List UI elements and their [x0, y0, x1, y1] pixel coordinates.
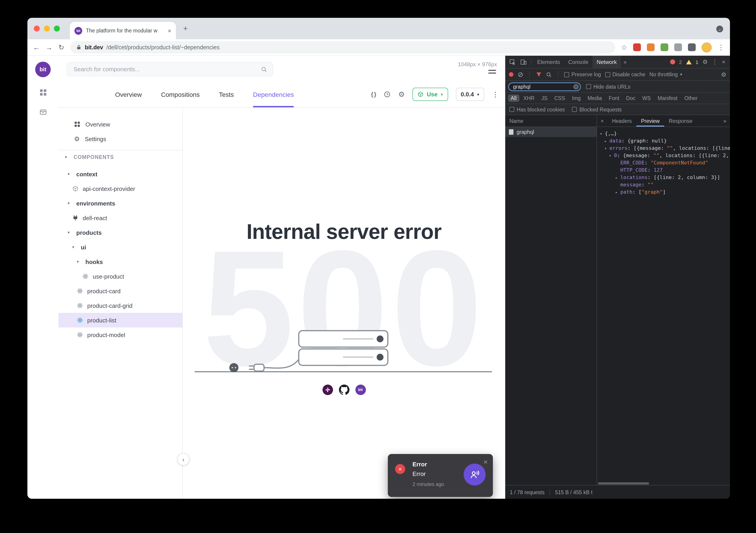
version-dropdown[interactable]: 0.0.4 ▾ — [456, 88, 484, 101]
extension-icon-3[interactable] — [661, 43, 668, 51]
tree-item-product-card-grid[interactable]: product-card-grid — [59, 298, 182, 313]
warning-badge-icon[interactable] — [686, 60, 691, 64]
devtools-menu-icon[interactable]: ⋮ — [712, 59, 718, 65]
filter-funnel-icon[interactable] — [536, 71, 542, 77]
bit-logo[interactable]: bit — [35, 62, 51, 77]
tree-expander[interactable]: ▸ — [604, 138, 609, 145]
history-icon[interactable] — [384, 91, 391, 98]
use-button[interactable]: Use ▾ — [413, 88, 448, 101]
network-search-icon[interactable] — [546, 71, 552, 77]
checkbox[interactable] — [586, 84, 591, 89]
tab-dependencies[interactable]: Dependencies — [253, 81, 294, 107]
components-grid-icon[interactable] — [39, 89, 47, 96]
profile-avatar[interactable] — [702, 42, 712, 52]
tree-expander[interactable]: ▾ — [609, 152, 614, 159]
disable-cache-checkbox[interactable]: Disable cache — [605, 72, 645, 77]
filter-pill-font[interactable]: Font — [606, 94, 622, 102]
filter-pill-other[interactable]: Other — [682, 94, 700, 102]
sidebar-item-settings[interactable]: ⚙ Settings — [59, 132, 182, 146]
tree-namespace-context[interactable]: ▾ context — [59, 167, 182, 181]
filter-pill-manifest[interactable]: Manifest — [655, 94, 680, 102]
clear-filter-icon[interactable]: × — [573, 84, 579, 89]
tree-item-api-context-provider[interactable]: api-context-provider — [59, 181, 182, 196]
extension-icon-5[interactable] — [688, 43, 696, 51]
extension-icon-2[interactable] — [647, 43, 655, 51]
bit-community-icon[interactable]: bit — [355, 385, 366, 395]
tree-expander[interactable]: ▾ — [600, 130, 605, 138]
new-tab-button[interactable]: + — [183, 24, 188, 33]
bookmark-star-icon[interactable]: ☆ — [621, 43, 627, 51]
tab-compositions[interactable]: Compositions — [161, 81, 200, 107]
blocked-cookies-checkbox[interactable]: Has blocked cookies — [509, 107, 565, 112]
error-count[interactable]: 2 — [679, 59, 682, 65]
devtools-settings-icon[interactable]: ⚙ — [703, 59, 708, 65]
filter-pill-ws[interactable]: WS — [639, 94, 654, 102]
network-settings-icon[interactable]: ⚙ — [721, 71, 726, 78]
toast-close-icon[interactable]: ✕ — [483, 459, 488, 466]
tree-item-product-model[interactable]: product-model — [59, 328, 182, 342]
tree-namespace-environments[interactable]: ▾ environments — [59, 196, 182, 211]
browser-menu-icon[interactable]: ⋮ — [717, 43, 724, 51]
checkbox[interactable] — [605, 72, 610, 77]
request-row-graphql[interactable]: graphql — [505, 127, 597, 137]
sidebar-item-overview[interactable]: Overview — [59, 117, 182, 132]
filter-pill-all[interactable]: All — [508, 94, 519, 102]
hide-data-urls-checkbox[interactable]: Hide data URLs — [586, 84, 630, 89]
more-detail-tabs-icon[interactable]: » — [720, 118, 730, 123]
tree-expander[interactable]: ▸ — [615, 189, 620, 196]
detail-tab-response[interactable]: Response — [664, 115, 697, 126]
github-icon[interactable] — [339, 385, 349, 395]
tab-search-button[interactable]: ⌄ — [716, 26, 723, 32]
checkbox[interactable] — [564, 72, 569, 77]
record-button[interactable] — [509, 72, 513, 77]
back-button[interactable]: ← — [33, 43, 40, 51]
tree-item-dell-react[interactable]: dell-react — [59, 211, 182, 225]
slack-icon[interactable] — [322, 385, 333, 395]
preserve-log-checkbox[interactable]: Preserve log — [564, 72, 601, 77]
tree-item-product-list-selected[interactable]: product-list — [59, 313, 182, 328]
browser-tab[interactable]: bit The platform for the modular w × — [70, 22, 176, 39]
name-column-header[interactable]: Name — [505, 115, 597, 127]
forward-button[interactable]: → — [46, 43, 53, 51]
devtools-tab-console[interactable]: Console — [564, 56, 592, 68]
tab-overview[interactable]: Overview — [115, 81, 142, 107]
tree-namespace-products[interactable]: ▾ products — [59, 225, 182, 240]
tab-close-icon[interactable]: × — [168, 27, 171, 34]
component-menu-icon[interactable]: ⋮ — [492, 90, 499, 98]
filter-pill-img[interactable]: Img — [569, 94, 583, 102]
filter-pill-js[interactable]: JS — [539, 94, 550, 102]
window-zoom-button[interactable] — [54, 26, 60, 32]
throttling-dropdown[interactable]: No throttling▾ — [650, 72, 682, 77]
scrollbar-thumb[interactable] — [598, 482, 649, 484]
extension-icon-4[interactable] — [674, 43, 682, 51]
component-search[interactable] — [67, 62, 273, 76]
support-chat-button[interactable] — [464, 464, 486, 486]
tree-expander[interactable]: ▾ — [604, 145, 609, 152]
address-bar[interactable]: bit.dev/dell/cet/products/product-list/~… — [70, 41, 615, 53]
filter-pill-xhr[interactable]: XHR — [521, 94, 537, 102]
code-icon[interactable]: { } — [371, 91, 376, 98]
components-section-header[interactable]: ▾ COMPONENTS — [59, 150, 182, 164]
sidebar-collapse-button[interactable]: ‹ — [177, 453, 190, 466]
close-detail-icon[interactable]: × — [597, 118, 607, 123]
tree-namespace-ui[interactable]: ▾ ui — [59, 240, 182, 254]
extension-icon-1[interactable] — [633, 43, 641, 51]
device-toolbar-icon[interactable] — [518, 59, 529, 65]
checkbox[interactable] — [572, 107, 577, 112]
window-minimize-button[interactable] — [44, 26, 50, 32]
more-tabs-icon[interactable]: » — [621, 59, 629, 65]
tab-tests[interactable]: Tests — [219, 81, 234, 107]
network-filter-input[interactable] — [508, 82, 580, 91]
tree-namespace-hooks[interactable]: ▾ hooks — [59, 254, 182, 269]
inspect-element-icon[interactable] — [507, 59, 518, 65]
preview-menu-icon[interactable] — [488, 70, 496, 75]
devtools-tab-elements[interactable]: Elements — [533, 56, 564, 68]
component-settings-icon[interactable]: ⚙ — [398, 90, 405, 99]
collections-box-icon[interactable] — [39, 108, 47, 116]
tree-item-product-card[interactable]: product-card — [59, 284, 182, 298]
tree-expander[interactable]: ▸ — [615, 174, 620, 181]
horizontal-scrollbar[interactable] — [597, 481, 730, 485]
filter-pill-doc[interactable]: Doc — [623, 94, 638, 102]
blocked-requests-checkbox[interactable]: Blocked Requests — [572, 107, 622, 112]
checkbox[interactable] — [509, 107, 514, 112]
